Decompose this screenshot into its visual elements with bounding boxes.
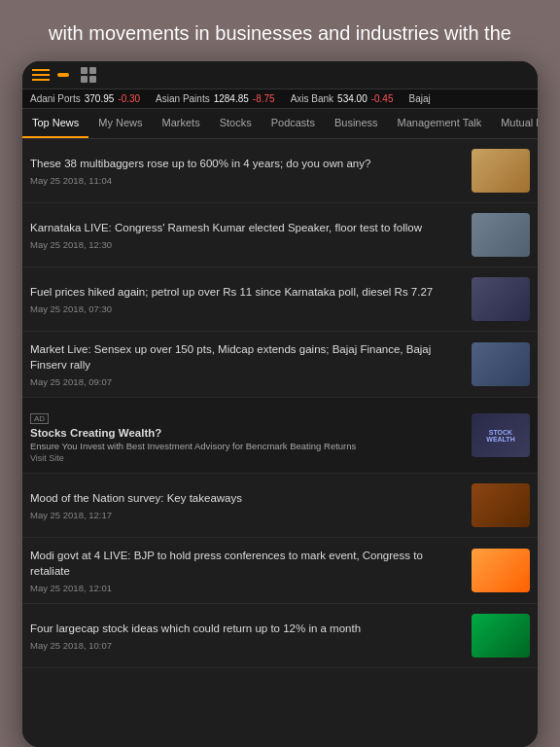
news-content: Market Live: Sensex up over 150 pts, Mid… bbox=[30, 341, 464, 387]
news-item[interactable]: Four largecap stock ideas which could re… bbox=[22, 604, 538, 668]
nav-tab-business[interactable]: Business bbox=[325, 109, 388, 138]
hero-text: with movements in businesses and industr… bbox=[19, 0, 541, 61]
news-title: Mood of the Nation survey: Key takeaways bbox=[30, 490, 464, 506]
news-date: May 25 2018, 07:30 bbox=[30, 303, 464, 314]
news-date: May 25 2018, 10:07 bbox=[30, 640, 464, 651]
nav-tab-top-news[interactable]: Top News bbox=[22, 109, 88, 138]
news-content: Fuel prices hiked again; petrol up over … bbox=[30, 284, 464, 314]
ad-title: Stocks Creating Wealth? bbox=[30, 427, 464, 439]
ticker-price: 370.95 bbox=[85, 93, 115, 104]
news-content: These 38 multibaggers rose up to 600% in… bbox=[30, 156, 464, 186]
ticker-item: Axis Bank 534.00 -0.45 bbox=[291, 93, 394, 104]
nav-tab-mutual-funds[interactable]: Mutual Funds bbox=[491, 109, 538, 138]
grid-icon[interactable] bbox=[81, 67, 96, 83]
news-title: Fuel prices hiked again; petrol up over … bbox=[30, 284, 464, 300]
news-title: These 38 multibaggers rose up to 600% in… bbox=[30, 156, 464, 171]
hero-rest: with movements in businesses and industr… bbox=[49, 22, 511, 44]
news-thumbnail bbox=[472, 342, 530, 386]
nav-tab-stocks[interactable]: Stocks bbox=[210, 109, 262, 138]
ticker-item: Asian Paints 1284.85 -8.75 bbox=[156, 93, 275, 104]
app-logo bbox=[57, 73, 69, 77]
news-content: Four largecap stock ideas which could re… bbox=[30, 621, 464, 651]
news-item[interactable]: These 38 multibaggers rose up to 600% in… bbox=[22, 139, 538, 203]
news-content: Karnataka LIVE: Congress' Ramesh Kumar e… bbox=[30, 220, 464, 250]
news-title: Modi govt at 4 LIVE: BJP to hold press c… bbox=[30, 548, 464, 579]
nav-tab-management-talk[interactable]: Management Talk bbox=[388, 109, 492, 138]
ad-badge: AD bbox=[30, 413, 49, 424]
stock-ticker: Adani Ports 370.95 -0.30Asian Paints 128… bbox=[22, 89, 538, 109]
ad-content: AD Stocks Creating Wealth? Ensure You In… bbox=[30, 408, 464, 463]
news-date: May 25 2018, 09:07 bbox=[30, 376, 464, 387]
ticker-item: Bajaj bbox=[409, 93, 435, 104]
ad-description: Ensure You Invest with Best Investment A… bbox=[30, 441, 464, 451]
news-thumbnail bbox=[472, 277, 530, 321]
nav-tab-my-news[interactable]: My News bbox=[88, 109, 152, 138]
news-item[interactable]: Market Live: Sensex up over 150 pts, Mid… bbox=[22, 332, 538, 398]
ticker-change: -0.30 bbox=[118, 93, 140, 104]
news-title: Karnataka LIVE: Congress' Ramesh Kumar e… bbox=[30, 220, 464, 235]
ad-visit-link[interactable]: Visit Site bbox=[30, 453, 464, 463]
ticker-item: Adani Ports 370.95 -0.30 bbox=[30, 93, 140, 104]
device-frame: Adani Ports 370.95 -0.30Asian Paints 128… bbox=[22, 61, 538, 747]
ticker-price: 534.00 bbox=[337, 93, 368, 104]
news-date: May 25 2018, 12:01 bbox=[30, 583, 464, 593]
nav-tabs: Top NewsMy NewsMarketsStocksPodcastsBusi… bbox=[22, 109, 538, 139]
ticker-change: -8.75 bbox=[253, 93, 275, 104]
news-thumbnail bbox=[472, 549, 530, 592]
news-item[interactable]: Mood of the Nation survey: Key takeaways… bbox=[22, 474, 538, 538]
news-title: Market Live: Sensex up over 150 pts, Mid… bbox=[30, 341, 464, 373]
ticker-name: Axis Bank bbox=[291, 93, 333, 104]
news-thumbnail bbox=[472, 149, 530, 193]
news-thumbnail bbox=[472, 213, 530, 257]
news-list: These 38 multibaggers rose up to 600% in… bbox=[22, 139, 538, 747]
ticker-price: 1284.85 bbox=[214, 93, 249, 104]
ticker-name: Bajaj bbox=[409, 93, 431, 104]
news-thumbnail bbox=[472, 614, 530, 658]
hamburger-icon[interactable] bbox=[32, 69, 50, 81]
news-date: May 25 2018, 12:17 bbox=[30, 510, 464, 520]
ticker-change: -0.45 bbox=[371, 93, 394, 104]
ticker-name: Adani Ports bbox=[30, 93, 81, 104]
nav-tab-podcasts[interactable]: Podcasts bbox=[262, 109, 325, 138]
news-date: May 25 2018, 12:30 bbox=[30, 239, 464, 250]
news-item[interactable]: Fuel prices hiked again; petrol up over … bbox=[22, 267, 538, 332]
news-content: Modi govt at 4 LIVE: BJP to hold press c… bbox=[30, 548, 464, 593]
nav-tab-markets[interactable]: Markets bbox=[153, 109, 210, 138]
news-date: May 25 2018, 11:04 bbox=[30, 175, 464, 186]
app-header bbox=[22, 61, 538, 89]
news-content: Mood of the Nation survey: Key takeaways… bbox=[30, 490, 464, 520]
ticker-name: Asian Paints bbox=[156, 93, 210, 104]
news-item[interactable]: Modi govt at 4 LIVE: BJP to hold press c… bbox=[22, 538, 538, 604]
news-item[interactable]: AD Stocks Creating Wealth? Ensure You In… bbox=[22, 398, 538, 474]
news-title: Four largecap stock ideas which could re… bbox=[30, 621, 464, 636]
ad-thumbnail: STOCKWEALTH bbox=[472, 413, 530, 457]
news-item[interactable]: Karnataka LIVE: Congress' Ramesh Kumar e… bbox=[22, 203, 538, 267]
news-thumbnail bbox=[472, 483, 530, 527]
